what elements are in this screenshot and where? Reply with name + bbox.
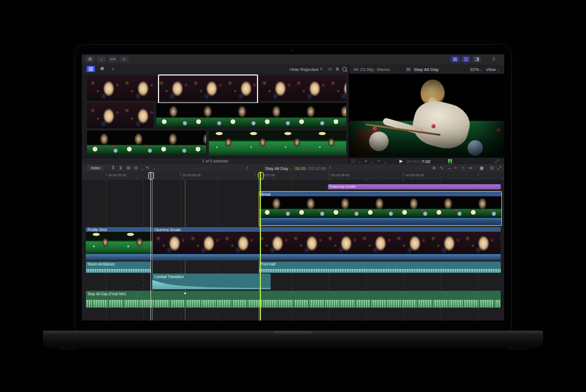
libraries-icon[interactable]: ▧ (86, 66, 95, 72)
clip-pool-hall[interactable]: Pool Hall (259, 262, 501, 273)
ruler-tick (403, 173, 404, 176)
timeline-zoom-icon[interactable]: ⤢ (497, 165, 501, 171)
selection-status: 1 of 3 selected (202, 159, 228, 163)
ruler-tick (106, 173, 106, 176)
next-project-icon[interactable]: › (329, 165, 331, 171)
clip-audio-band (86, 254, 152, 260)
timeline-ruler[interactable]: 00:00:05:00 00:00:06:00 00:00:07:00 00:0… (82, 172, 504, 180)
headphones-icon[interactable]: ∩ (461, 165, 465, 171)
share-icon[interactable]: ⇧ (489, 56, 498, 62)
laptop-lid-notch (274, 331, 312, 336)
skimmer-head (148, 172, 154, 180)
background-tasks-icon[interactable]: ⊗ (85, 56, 94, 62)
timeline-tracks: Featuring Credits Break Profile Shot (82, 180, 504, 320)
chevron-down-icon: ⌄ (497, 68, 500, 72)
playhead-line[interactable] (260, 172, 261, 320)
ruler-label: 00:00:06:00 (183, 173, 201, 177)
skimming-icon[interactable]: ∿ (440, 165, 444, 171)
clip-header: Profile Shot (86, 227, 152, 232)
chevron-down-icon: ⌄ (383, 160, 386, 164)
clip-final-mix[interactable]: Stay All Day (Final Mix) (86, 291, 501, 308)
browser-clip-pool-close[interactable] (87, 130, 206, 156)
clip-profile-shot[interactable]: Profile Shot (86, 227, 152, 260)
clip-room-ambiance[interactable]: Room Ambiance (86, 262, 151, 273)
append-edit-icon[interactable]: ⊞ (126, 165, 130, 171)
timeline-timecode: 06:05 / 02:42:06 (295, 166, 326, 171)
retime-icon[interactable]: ◔ (377, 158, 380, 164)
viewer-title: Stay All Day (414, 67, 438, 72)
clip-header: Opening Vocals (153, 227, 501, 232)
clip-cymbal-transition[interactable]: Cymbal Transition (152, 274, 271, 290)
list-view-icon[interactable]: ≣ (335, 66, 339, 72)
clip-filmstrip (86, 232, 152, 254)
transform-icon[interactable]: □ (352, 158, 355, 164)
laptop-foot (508, 347, 527, 350)
clip-header: Break (259, 192, 501, 196)
viewer-zoom-dropdown[interactable]: 32%⌄ (470, 67, 483, 72)
insert-edit-icon[interactable]: ⊻ (119, 165, 122, 171)
chevron-down-icon: ⌄ (358, 160, 361, 164)
clip-break[interactable]: Break (259, 191, 502, 226)
main-toolbar: ⊗ ↓ ⊶ ✓ ▦ ▥ ◨ ⇧ (82, 54, 504, 65)
media-icon[interactable]: ♪ (109, 66, 117, 72)
search-icon-handle (346, 70, 347, 72)
pane-headers: ▧ ✱ ♪ Hide Rejected ≡ ▭ ≣ 4K 23.98p, Ste… (82, 65, 504, 74)
clip-waveform-decay (152, 279, 271, 289)
ruler-frame-ticks (82, 178, 504, 179)
snapping-icon[interactable]: ∞ (469, 165, 472, 171)
select-tool-icon[interactable]: ↖ (146, 165, 150, 171)
skimmer-line (151, 172, 151, 320)
inspector-toggle-icon[interactable]: ◨ (472, 56, 481, 62)
browser-pane (82, 74, 349, 157)
chevron-down-icon: ⌄ (289, 167, 292, 171)
timeline-project-dropdown[interactable]: Stay All Day⌄ (265, 166, 292, 171)
play-button[interactable]: ▶ (399, 158, 403, 164)
viewer-view-dropdown[interactable]: View⌄ (486, 67, 500, 72)
clip-filmstrip (153, 232, 501, 254)
import-media-icon[interactable]: ↓ (97, 56, 106, 62)
audio-skimming-icon[interactable]: ↔ (447, 165, 452, 171)
previous-project-icon[interactable]: ‹ (247, 165, 248, 171)
viewer-timecode: 00:00:07:02 (406, 159, 430, 164)
solo-icon[interactable]: + (454, 165, 457, 171)
feedback-icon[interactable]: ▣ (480, 165, 484, 171)
clip-marker[interactable] (184, 292, 186, 294)
clip-waveform (259, 269, 501, 272)
browser-selected-range[interactable] (158, 74, 258, 104)
lanes-icon[interactable]: ≋ (432, 165, 436, 171)
clip-filter-dropdown[interactable]: Hide Rejected (290, 67, 318, 72)
chevron-down-icon: ⌄ (371, 160, 374, 164)
viewer-pane[interactable] (349, 74, 504, 157)
fullscreen-icon[interactable]: ⤢ (495, 158, 498, 164)
browser-toggle-icon[interactable]: ▦ (450, 56, 460, 62)
playhead-head[interactable] (258, 172, 264, 180)
filter-menu-icon[interactable]: ≡ (320, 66, 323, 72)
laptop-camera (291, 49, 294, 52)
ruler-tick (478, 173, 478, 176)
index-button[interactable]: Index (86, 165, 105, 171)
timeline-toolbar: Index ⊼ ⊻ ⊞ ⊟ ⌄ ↖ ⌄ ‹ Stay All Day⌄ 06:0… (82, 164, 504, 172)
clip-audio-band (259, 218, 501, 224)
filmstrip-view-icon[interactable]: ▭ (328, 66, 332, 72)
connect-edit-icon[interactable]: ⊼ (112, 165, 115, 171)
overwrite-edit-icon[interactable]: ⊟ (134, 165, 138, 171)
keyword-editor-icon[interactable]: ⊶ (108, 56, 117, 62)
ruler-label: 00:00:05:00 (108, 173, 126, 177)
laptop-foot (59, 347, 78, 350)
chevron-down-icon: ⌄ (141, 167, 144, 171)
effects-icon[interactable]: × (365, 158, 367, 164)
ruler-tick (180, 173, 181, 176)
chevron-down-icon: ⌄ (480, 68, 483, 72)
browser-clip-pool-wide[interactable] (209, 130, 346, 156)
macbook-scene: ⊗ ↓ ⊶ ✓ ▦ ▥ ◨ ⇧ ▧ ✱ ♪ Hide Rejected ≡ ▭ … (0, 0, 586, 392)
ruler-tick (255, 173, 255, 176)
photos-icon[interactable]: ✱ (98, 66, 106, 72)
clip-waveform (86, 269, 151, 272)
clip-opening-vocals[interactable]: Opening Vocals (153, 227, 501, 260)
browser-clip-pool-medium[interactable] (156, 103, 346, 128)
clip-featuring-credits[interactable]: Featuring Credits (328, 184, 501, 189)
browser-clip-singer-row2[interactable] (87, 103, 153, 128)
timeline-toggle-icon[interactable]: ▥ (461, 56, 470, 62)
task-complete-icon[interactable]: ✓ (120, 56, 129, 62)
clip-appearance-icon[interactable]: ⊡ (490, 165, 494, 171)
